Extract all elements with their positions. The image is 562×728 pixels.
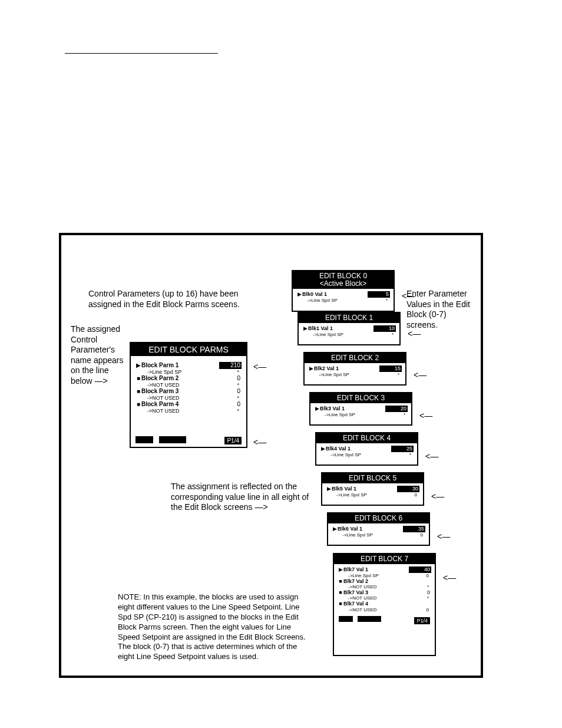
block-sublabel: ->Line Spd SP [348,573,423,578]
pager: P1/4 [133,436,244,444]
page: Control Parameters (up to 16) have been … [0,0,562,728]
block-label: Blk5 Val 1 [332,486,397,492]
triangle-icon: ▶ [296,291,302,297]
block-sub: ->NOT USED * [338,584,431,589]
annotation-note: NOTE: In this example, the blocks are us… [118,592,306,662]
block-star: * [405,452,414,457]
edit-block-2-panel: EDIT BLOCK 2 ▶ Blk2 Val 1 15 ->Line Spd … [303,352,406,386]
block-star: 0 [411,492,419,498]
block-value: 40 [409,566,431,572]
triangle-icon: ▶ [320,446,326,452]
edit-block-3-panel: EDIT BLOCK 3 ▶ Blk3 Val 1 20 ->Line Spd … [309,392,412,426]
square-icon: ■ [338,589,343,595]
pager-label: P1/4 [414,617,430,624]
annotation-left-side: The assigned Control Parameter's name ap… [71,324,127,386]
block-sub: ->NOT USED * [338,595,431,601]
triangle-icon: ▶ [338,566,343,572]
block-row[interactable]: ▶ Blk0 Val 1 5 [296,291,390,297]
square-icon: ■ [135,401,141,408]
parm-star: * [233,382,242,388]
arrow-left-icon: <— [253,362,266,371]
parm-row[interactable]: ▶ Block Parm 1 210 [135,362,242,369]
arrow-left-icon: <— [443,573,456,582]
pager-block-icon [135,436,153,443]
block-star: 0 [423,573,431,578]
square-icon: ■ [338,578,343,584]
block-sub: ->Line Spd SP 0 [332,532,425,538]
panel-body: ▶ Blk3 Val 1 20 ->Line Spd SP * [310,403,411,418]
edit-block-6-panel: EDIT BLOCK 6 ▶ Blk6 Val 1 35 ->Line Spd … [327,512,430,546]
block-star: * [399,412,408,417]
block-sub: ->Line Spd SP 0 [326,492,419,498]
block-star: * [394,372,402,377]
block-label: Blk2 Val 1 [314,365,379,371]
block-sublabel: ->Line Spd SP [307,298,382,303]
pager-block-icon [358,616,381,622]
block-label: Blk6 Val 1 [338,526,403,532]
block-row[interactable]: ▶ Blk1 Val 1 10 [302,325,396,331]
square-icon: ■ [135,375,141,382]
block-row[interactable]: ▶ Blk4 Val 1 25 [320,446,414,452]
parm-sub: ->NOT USED * [135,408,242,414]
block-sublabel: ->Line Spd SP [330,452,405,457]
block-sublabel: ->Line Spd SP [325,412,399,417]
block-row[interactable]: ▶ Blk3 Val 1 20 [314,406,408,411]
pager: P1/4 [338,616,431,624]
panel-body: ▶ Blk1 Val 1 10 ->Line Spd SP * [299,323,399,338]
block-sublabel: ->NOT USED [348,607,423,612]
block-label: Blk3 Val 1 [320,406,385,411]
block-row[interactable]: ■ Blk7 Val 2 [338,578,431,584]
parm-value: 0 [219,388,242,395]
block-sub: ->Line Spd SP * [308,372,402,377]
block-sub: ->Line Spd SP * [320,452,414,457]
title-line-2: <Active Block> [293,280,394,288]
parm-sub: ->Line Spd SP * [135,369,242,375]
panel-title: EDIT BLOCK PARMS [131,343,246,356]
arrow-left-icon: <— [425,452,438,461]
block-sub: ->Line Spd SP * [296,298,390,303]
parm-label: Block Parm 4 [141,401,219,408]
block-row[interactable]: ■ Blk7 Val 3 0 [338,589,431,595]
block-row[interactable]: ▶ Blk5 Val 1 30 [326,486,419,492]
block-star: 0 [423,607,431,612]
panel-body: ▶ Blk2 Val 1 15 ->Line Spd SP * [305,363,405,378]
parm-label: Block Parm 2 [141,375,219,382]
triangle-icon: ▶ [326,486,332,492]
parm-row[interactable]: ■ Block Parm 3 0 [135,388,242,395]
block-star: * [382,298,390,303]
block-star: 0 [417,532,425,538]
block-label: Blk7 Val 3 [343,589,409,595]
arrow-left-icon: <— [431,492,444,501]
block-sub: ->Line Spd SP * [302,332,396,337]
panel-title: EDIT BLOCK 3 [310,393,411,403]
pager-block-icon [159,436,186,443]
arrow-left-icon: <— [437,532,450,541]
parm-label: Block Parm 3 [141,388,219,395]
parm-row[interactable]: ■ Block Parm 2 0 [135,375,242,382]
triangle-icon: ▶ [314,406,320,411]
block-value: 0 [409,589,431,595]
block-sublabel: ->NOT USED [348,595,423,601]
block-row[interactable]: ■ Blk7 Val 4 [338,601,431,607]
edit-block-0-panel: EDIT BLOCK 0 <Active Block> ▶ Blk0 Val 1… [292,270,395,312]
parm-sublabel: ->NOT USED [147,382,233,388]
header-rule [65,53,218,54]
block-value: 10 [373,325,396,331]
block-value: 15 [379,365,402,371]
block-label: Blk7 Val 1 [343,566,409,572]
parm-row[interactable]: ■ Block Parm 4 0 [135,401,242,408]
panel-body: ▶ Blk0 Val 1 5 ->Line Spd SP * [293,289,394,304]
parm-star: * [233,408,242,414]
parm-star: * [233,369,242,375]
block-label: Blk7 Val 2 [343,578,409,584]
block-row[interactable]: ▶ Blk7 Val 1 40 [338,566,431,572]
panel-title: EDIT BLOCK 4 [316,433,417,443]
block-sublabel: ->Line Spd SP [336,492,411,498]
block-row[interactable]: ▶ Blk6 Val 1 35 [332,526,425,532]
block-star: * [388,332,396,337]
block-sublabel: ->Line Spd SP [342,532,417,538]
block-value: 30 [397,486,419,492]
panel-title: EDIT BLOCK 7 [334,554,435,564]
block-row[interactable]: ▶ Blk2 Val 1 15 [308,365,402,371]
parm-sublabel: ->NOT USED [147,395,233,401]
